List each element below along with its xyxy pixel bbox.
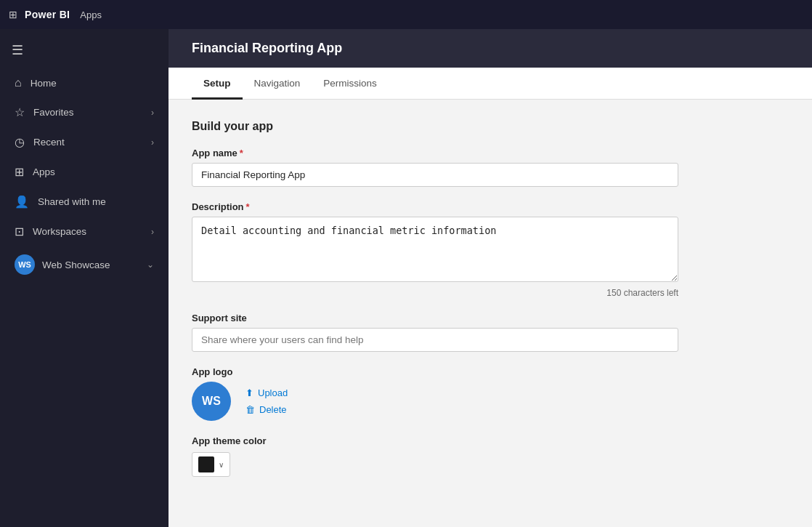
sidebar-item-label: Favorites <box>33 107 74 118</box>
powerbi-logo: Power BI <box>25 9 70 20</box>
description-label: Description * <box>192 201 789 212</box>
sidebar-item-label: Recent <box>33 137 65 148</box>
tab-setup[interactable]: Setup <box>192 68 243 100</box>
chevron-right-icon: › <box>151 227 154 237</box>
topbar-apps-label[interactable]: Apps <box>80 9 102 20</box>
app-name-label: App name * <box>192 148 789 158</box>
home-icon: ⌂ <box>15 76 22 89</box>
chevron-right-icon: › <box>151 108 154 118</box>
favorites-icon: ☆ <box>15 105 25 119</box>
sidebar-item-label: Shared with me <box>38 196 106 207</box>
color-swatch <box>198 456 214 472</box>
sidebar-item-apps[interactable]: ⊞ Apps <box>3 158 166 186</box>
theme-color-group: App theme color ∨ <box>192 435 789 477</box>
logo-section: WS ⬆ Upload 🗑 Delete <box>192 382 789 421</box>
recent-icon: ◷ <box>15 135 25 149</box>
sidebar: ☰ ⌂ Home ☆ Favorites › ◷ Recent › <box>0 29 169 527</box>
char-count: 150 characters left <box>192 288 678 298</box>
app-logo-label: App logo <box>192 366 789 377</box>
topbar: ⊞ Power BI Apps <box>0 0 812 29</box>
workspace-avatar: WS <box>15 254 35 275</box>
chevron-down-icon: ∨ <box>219 461 224 469</box>
description-group: Description * Detail accounting and fina… <box>192 201 789 298</box>
form-area: Build your app App name * Description * … <box>169 100 812 527</box>
logo-actions: ⬆ Upload 🗑 Delete <box>245 387 288 415</box>
tabs-bar: Setup Navigation Permissions <box>169 68 812 100</box>
upload-button[interactable]: ⬆ Upload <box>245 387 288 398</box>
upload-icon: ⬆ <box>245 387 253 398</box>
sidebar-item-label: Workspaces <box>33 226 86 237</box>
sidebar-item-web-showcase[interactable]: WS Web Showcase ⌄ <box>3 247 166 282</box>
sidebar-item-workspaces[interactable]: ⊡ Workspaces › <box>3 217 166 246</box>
app-logo-avatar: WS <box>192 382 231 421</box>
required-indicator: * <box>240 148 243 158</box>
workspace-label: Web Showcase <box>42 260 147 270</box>
layout: ☰ ⌂ Home ☆ Favorites › ◷ Recent › <box>0 29 812 527</box>
hamburger-menu-icon[interactable]: ☰ <box>0 35 169 65</box>
delete-icon: 🗑 <box>245 404 255 415</box>
support-site-label: Support site <box>192 313 789 323</box>
sidebar-item-label: Apps <box>33 166 55 177</box>
tab-permissions[interactable]: Permissions <box>312 68 389 100</box>
delete-button[interactable]: 🗑 Delete <box>245 404 288 415</box>
sidebar-item-label: Home <box>31 78 57 89</box>
app-name-input[interactable] <box>192 163 678 187</box>
chevron-right-icon: › <box>151 137 154 148</box>
sidebar-item-favorites[interactable]: ☆ Favorites › <box>3 98 166 126</box>
description-textarea[interactable]: Detail accounting and financial metric i… <box>192 217 678 282</box>
tab-navigation[interactable]: Navigation <box>243 68 312 100</box>
sidebar-item-shared[interactable]: 👤 Shared with me <box>3 188 166 216</box>
sidebar-item-recent[interactable]: ◷ Recent › <box>3 128 166 156</box>
content-header: Financial Reporting App <box>169 29 812 68</box>
shared-icon: 👤 <box>15 195 29 209</box>
app-name-group: App name * <box>192 148 789 187</box>
main-content: Financial Reporting App Setup Navigation… <box>169 29 812 527</box>
form-section-title: Build your app <box>192 120 789 133</box>
theme-color-label: App theme color <box>192 435 789 446</box>
color-swatch-button[interactable]: ∨ <box>192 452 230 477</box>
app-logo-group: App logo WS ⬆ Upload 🗑 Delete <box>192 366 789 421</box>
support-site-input[interactable] <box>192 328 678 352</box>
workspaces-icon: ⊡ <box>15 225 24 238</box>
chevron-down-icon: ⌄ <box>147 260 154 270</box>
required-indicator: * <box>246 201 250 212</box>
grid-icon[interactable]: ⊞ <box>9 9 17 20</box>
support-site-group: Support site <box>192 313 789 352</box>
sidebar-item-home[interactable]: ⌂ Home <box>3 69 166 97</box>
color-swatch-container: ∨ <box>192 452 789 477</box>
page-title: Financial Reporting App <box>192 41 342 55</box>
apps-icon: ⊞ <box>15 165 24 179</box>
